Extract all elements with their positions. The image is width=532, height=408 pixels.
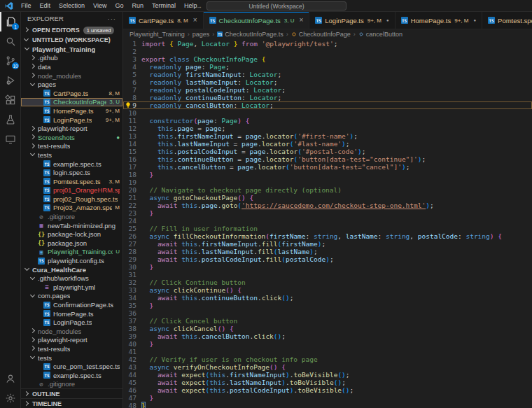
file-CheckoutInfoPage.ts[interactable]: TSCheckoutInfoPage.ts3, U xyxy=(21,98,122,107)
folder-pages[interactable]: pages xyxy=(21,80,122,89)
file-Pomtest.spec.ts[interactable]: TSPomtest.spec.ts3, M xyxy=(21,177,122,186)
file-proj02_Rough.spec.ts[interactable]: TSproj02_Rough.spec.ts xyxy=(21,195,122,204)
breadcrumb-item-Playwright_Training[interactable]: Playwright_Training xyxy=(130,31,185,38)
menu-terminal[interactable]: Terminal xyxy=(148,2,180,9)
code-line-40[interactable]: 40 } xyxy=(123,340,532,348)
activity-testing[interactable] xyxy=(0,110,20,129)
tab-Pomtest.spec.ts[interactable]: TSPomtest.spec.ts3, M● xyxy=(482,12,532,29)
code-line-4[interactable]: 4 readonly page: Page; xyxy=(123,63,532,71)
code-line-9[interactable]: 9 readonly cancelButton: Locator; xyxy=(123,101,532,109)
activity-extensions[interactable] xyxy=(0,90,20,110)
code-line-20[interactable]: 20 // Navigate to checkout page directly… xyxy=(123,186,532,194)
activity-settings[interactable] xyxy=(0,388,20,408)
code-line-45[interactable]: 45 await expect(this.lastNameInput).toBe… xyxy=(123,379,532,386)
menu-selection[interactable]: Selection xyxy=(55,2,89,9)
dirty-dot-icon[interactable]: ● xyxy=(386,18,389,22)
folder-node_modules[interactable]: node_modules xyxy=(21,327,122,336)
activity-remote-explorer[interactable] xyxy=(0,129,20,149)
folder-test-results[interactable]: test-results xyxy=(21,344,122,353)
code-line-11[interactable]: 11 constructor(page: Page) { xyxy=(123,117,532,125)
code-line-17[interactable]: 17 this.cancelButton = page.locator('but… xyxy=(123,163,532,171)
code-line-27[interactable]: 27 await this.firstNameInput.fill(firstN… xyxy=(123,240,532,248)
folder-.github[interactable]: .github xyxy=(21,54,122,63)
folder-com.pages[interactable]: com.pages xyxy=(21,292,122,301)
code-line-5[interactable]: 5 readonly firstNameInput: Locator; xyxy=(123,71,532,78)
folder-tests[interactable]: tests xyxy=(21,150,122,160)
folder-data[interactable]: data xyxy=(21,62,122,71)
forward-arrow-icon[interactable]: → xyxy=(196,3,202,10)
code-line-7[interactable]: 7 readonly postalCodeInput: Locator; xyxy=(123,86,532,94)
code-line-6[interactable]: 6 readonly lastNameInput: Locator; xyxy=(123,78,532,86)
file-proj01_OrangeHRM.spects[interactable]: TSproj01_OrangeHRM.spects xyxy=(21,186,122,195)
menu-run[interactable]: Run xyxy=(127,2,148,9)
activity-search[interactable] xyxy=(0,31,20,51)
workspace-search-box[interactable]: Untitled (Workspace) xyxy=(206,1,346,10)
code-line-19[interactable]: 19 xyxy=(123,178,532,186)
back-arrow-icon[interactable]: ← xyxy=(186,3,192,10)
code-line-32[interactable]: 32 // Click Continue button xyxy=(123,279,532,286)
folder-Screenshots[interactable]: Screenshots● xyxy=(21,133,122,142)
tab-HomePage.ts[interactable]: TSHomePage.ts9+, M● xyxy=(396,12,482,29)
file-example.spec.ts[interactable]: TSexample.spec.ts xyxy=(21,371,122,380)
menu-file[interactable]: File xyxy=(17,2,36,9)
code-line-47[interactable]: 47 } xyxy=(123,394,532,402)
file-Proj03_Amazon.spects[interactable]: TSProj03_Amazon.spectsM xyxy=(21,204,122,213)
file-login.spec.ts[interactable]: TSlogin.spec.ts xyxy=(21,168,122,177)
breadcrumb-item-pages[interactable]: pages xyxy=(192,31,210,38)
code-line-33[interactable]: 33 async clickContinue() { xyxy=(123,286,532,294)
code-line-13[interactable]: 13 this.firstNameInput = page.locator('#… xyxy=(123,132,532,140)
folder-node_modules[interactable]: node_modules xyxy=(21,71,122,80)
code-line-14[interactable]: 14 this.lastNameInput = page.locator('#l… xyxy=(123,140,532,148)
code-line-2[interactable]: 2 xyxy=(123,48,532,55)
code-line-10[interactable]: 10 xyxy=(123,109,532,117)
code-line-21[interactable]: 21 async gotoCheckoutPage() { xyxy=(123,194,532,202)
breadcrumb-item-cancelButton[interactable]: cancelButton xyxy=(358,31,402,38)
code-line-30[interactable]: 30 } xyxy=(123,263,532,271)
code-line-38[interactable]: 38 async clickCancel() { xyxy=(123,325,532,332)
code-line-8[interactable]: 8 readonly continueButton: Locator; xyxy=(123,94,532,101)
file-HomePage.ts[interactable]: TSHomePage.ts9+, M xyxy=(21,106,122,115)
code-line-36[interactable]: 36 xyxy=(123,309,532,317)
activity-explorer[interactable]: 1 xyxy=(0,12,20,31)
code-line-1[interactable]: 1import { Page, Locator } from '@playwri… xyxy=(123,40,532,48)
code-line-34[interactable]: 34 await this.continueButton.click(); xyxy=(123,294,532,302)
file-.gitignore[interactable]: ⊘.gitignore xyxy=(21,212,122,221)
activity-source-control[interactable]: 10 xyxy=(0,51,20,71)
file-newTab-minimized.png[interactable]: ▦newTab-minimized.png xyxy=(21,221,122,230)
file-CartPage.ts[interactable]: TSCartPage.ts8, M xyxy=(21,89,122,98)
code-line-29[interactable]: 29 await this.postalCodeInput.fill(posta… xyxy=(123,255,532,263)
file-HomePage.ts[interactable]: TSHomePage.ts xyxy=(21,309,122,318)
file-example.spec.ts[interactable]: TSexample.spec.ts xyxy=(21,160,122,169)
tab-LoginPage.ts[interactable]: TSLoginPage.ts9+, M● xyxy=(309,12,395,29)
file-package-lock.json[interactable]: {}package-lock.json xyxy=(21,230,122,239)
file-playwright.config.ts[interactable]: TSplaywright.config.ts xyxy=(21,256,122,265)
code-line-37[interactable]: 37 // Click Cancel button xyxy=(123,317,532,325)
menu-view[interactable]: View xyxy=(89,2,111,9)
folder-playwright-report[interactable]: playwright-report xyxy=(21,124,122,133)
folder-Cura_HealthCare[interactable]: Cura_HealthCare xyxy=(21,265,122,274)
menu-go[interactable]: Go xyxy=(111,2,127,9)
file-LoginPage.ts[interactable]: TSLoginPage.ts xyxy=(21,318,122,327)
code-line-35[interactable]: 35 } xyxy=(123,302,532,309)
code-line-25[interactable]: 25 // Fill in user information xyxy=(123,225,532,232)
folder-playwright-report[interactable]: playwright-report xyxy=(21,336,122,345)
menu-edit[interactable]: Edit xyxy=(36,2,55,9)
code-line-3[interactable]: 3export class CheckoutInfoPage { xyxy=(123,55,532,63)
code-line-46[interactable]: 46 await expect(this.postalCodeInput).to… xyxy=(123,386,532,394)
code-line-42[interactable]: 42 // Verify if user is on checkout info… xyxy=(123,356,532,363)
file-cure_pom_test.spec.ts[interactable]: TScure_pom_test.spec.ts xyxy=(21,362,122,371)
more-actions-icon[interactable]: ··· xyxy=(108,15,117,22)
breadcrumb-item-CheckoutInfoPage[interactable]: CheckoutInfoPage xyxy=(291,31,351,38)
code-line-23[interactable]: 23 } xyxy=(123,209,532,217)
code-line-28[interactable]: 28 await this.lastNameInput.fill(lastNam… xyxy=(123,248,532,255)
code-line-44[interactable]: 44 await expect(this.firstNameInput).toB… xyxy=(123,371,532,379)
folder-test-results[interactable]: test-results xyxy=(21,142,122,151)
code-line-48[interactable]: 48} xyxy=(123,402,532,408)
file-LoginPage.ts[interactable]: TSLoginPage.ts9+, M xyxy=(21,115,122,125)
file-package.json[interactable]: {}package.json xyxy=(21,239,122,248)
code-line-31[interactable]: 31 xyxy=(123,271,532,279)
tab-CheckoutInfoPage.ts[interactable]: TSCheckoutInfoPage.ts3, U× xyxy=(204,12,310,29)
code-line-18[interactable]: 18 } xyxy=(123,171,532,178)
code-line-12[interactable]: 12 this.page = page; xyxy=(123,125,532,132)
code-line-41[interactable]: 41 xyxy=(123,348,532,356)
